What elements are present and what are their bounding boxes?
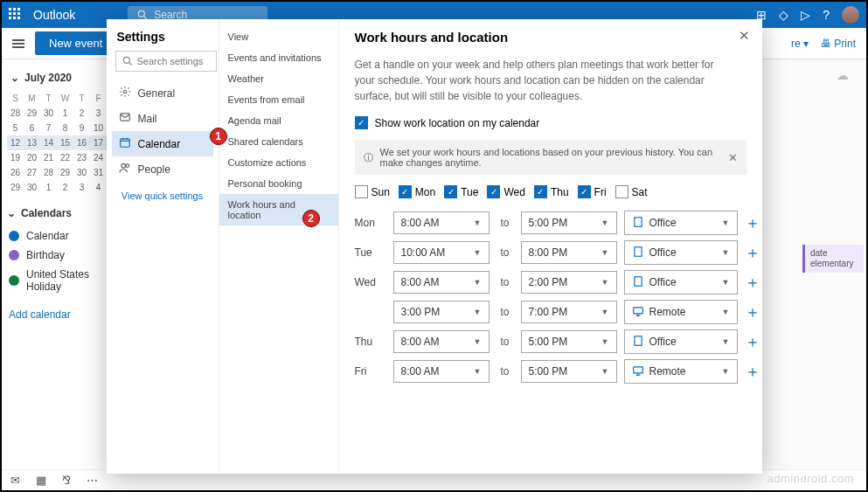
people-icon bbox=[119, 162, 131, 177]
chevron-down-icon: ▼ bbox=[601, 278, 609, 287]
checkbox-icon[interactable] bbox=[615, 185, 628, 198]
building-icon bbox=[632, 246, 644, 260]
settings-sub-item[interactable]: Events and invitations bbox=[219, 47, 338, 68]
time-select[interactable]: 8:00 AM▼ bbox=[393, 271, 490, 294]
day-toggle-fri[interactable]: Fri bbox=[578, 185, 607, 198]
time-select[interactable]: 8:00 PM▼ bbox=[521, 241, 617, 264]
chevron-down-icon: ▼ bbox=[601, 248, 609, 257]
svg-point-4 bbox=[123, 90, 127, 94]
checkbox-icon[interactable] bbox=[444, 185, 457, 198]
svg-rect-12 bbox=[634, 218, 641, 227]
chevron-down-icon: ▼ bbox=[601, 367, 609, 376]
settings-nav-label: General bbox=[138, 87, 176, 100]
settings-nav-people[interactable]: People bbox=[112, 156, 213, 182]
settings-sub-item[interactable]: Agenda mail bbox=[219, 110, 338, 131]
time-select[interactable]: 8:00 AM▼ bbox=[393, 360, 490, 383]
location-select[interactable]: Office▼ bbox=[624, 211, 738, 235]
svg-rect-43 bbox=[633, 367, 642, 373]
chevron-down-icon: ▼ bbox=[474, 218, 482, 227]
svg-point-10 bbox=[121, 163, 125, 168]
chevron-down-icon: ▼ bbox=[722, 367, 730, 376]
settings-title: Settings bbox=[117, 30, 208, 44]
chevron-down-icon: ▼ bbox=[474, 248, 482, 257]
day-toggle-sat[interactable]: Sat bbox=[615, 185, 648, 198]
day-label: Mon bbox=[415, 186, 435, 198]
day-toggle-thu[interactable]: Thu bbox=[534, 185, 569, 198]
add-hours-icon[interactable]: ＋ bbox=[745, 301, 760, 322]
add-hours-icon[interactable]: ＋ bbox=[745, 361, 760, 382]
to-label: to bbox=[496, 276, 514, 288]
mail-icon bbox=[119, 111, 131, 126]
settings-nav-label: Mail bbox=[138, 113, 157, 125]
chevron-down-icon: ▼ bbox=[722, 218, 730, 227]
location-select[interactable]: Remote▼ bbox=[624, 300, 738, 324]
day-toggle-wed[interactable]: Wed bbox=[487, 185, 524, 198]
add-hours-icon[interactable]: ＋ bbox=[745, 331, 760, 352]
svg-point-11 bbox=[126, 164, 129, 168]
settings-nav-general[interactable]: General bbox=[112, 80, 213, 106]
chevron-down-icon: ▼ bbox=[474, 337, 482, 346]
location-select[interactable]: Office▼ bbox=[624, 240, 738, 265]
dismiss-info-icon[interactable]: ✕ bbox=[728, 151, 738, 164]
settings-sub-item[interactable]: Events from email bbox=[219, 89, 338, 110]
checkbox-icon[interactable] bbox=[399, 185, 412, 198]
view-quick-settings-link[interactable]: View quick settings bbox=[112, 191, 213, 201]
day-label: Sat bbox=[632, 186, 648, 198]
settings-sub-item[interactable]: View bbox=[219, 26, 338, 47]
to-label: to bbox=[496, 246, 514, 259]
time-select[interactable]: 5:00 PM▼ bbox=[521, 211, 617, 234]
settings-search[interactable]: Search settings bbox=[115, 51, 217, 72]
day-label: Tue bbox=[461, 186, 478, 198]
chevron-down-icon: ▼ bbox=[601, 218, 609, 227]
checkbox-icon[interactable] bbox=[578, 185, 591, 198]
svg-rect-6 bbox=[120, 139, 129, 147]
day-toggle-tue[interactable]: Tue bbox=[444, 185, 478, 198]
monitor-icon bbox=[632, 305, 644, 319]
add-hours-icon[interactable]: ＋ bbox=[745, 242, 760, 263]
gear-icon bbox=[119, 86, 131, 100]
chevron-down-icon: ▼ bbox=[474, 367, 482, 376]
to-label: to bbox=[496, 306, 514, 318]
time-select[interactable]: 5:00 PM▼ bbox=[521, 360, 617, 383]
chevron-down-icon: ▼ bbox=[474, 308, 482, 316]
day-toggle-mon[interactable]: Mon bbox=[399, 185, 435, 198]
building-icon bbox=[632, 216, 644, 230]
checkbox-icon[interactable] bbox=[487, 185, 500, 198]
checkbox-icon[interactable] bbox=[355, 185, 368, 198]
time-select[interactable]: 10:00 AM▼ bbox=[393, 241, 490, 264]
settings-sub-item[interactable]: Work hours and location bbox=[219, 194, 338, 225]
chevron-down-icon: ▼ bbox=[601, 308, 609, 316]
time-select[interactable]: 8:00 AM▼ bbox=[393, 330, 490, 353]
settings-sub-item[interactable]: Weather bbox=[219, 68, 338, 89]
day-row-label: Mon bbox=[355, 217, 386, 229]
settings-dialog: Settings Search settings GeneralMailCale… bbox=[107, 19, 762, 474]
show-location-label: Show work location on my calendar bbox=[375, 117, 540, 129]
chevron-down-icon: ▼ bbox=[601, 337, 609, 346]
settings-nav-calendar[interactable]: Calendar bbox=[112, 131, 213, 156]
checkbox-icon[interactable] bbox=[534, 185, 547, 198]
to-label: to bbox=[496, 365, 514, 378]
svg-rect-26 bbox=[634, 277, 641, 287]
time-select[interactable]: 2:00 PM▼ bbox=[521, 271, 617, 294]
watermark: admindroid.com bbox=[767, 472, 855, 485]
panel-heading: Work hours and location bbox=[355, 30, 746, 45]
close-icon[interactable]: ✕ bbox=[739, 28, 750, 44]
show-location-checkbox[interactable] bbox=[355, 116, 368, 129]
location-select[interactable]: Office▼ bbox=[624, 329, 738, 354]
time-select[interactable]: 3:00 PM▼ bbox=[393, 301, 490, 323]
location-select[interactable]: Office▼ bbox=[624, 270, 738, 295]
settings-sub-item[interactable]: Personal booking bbox=[219, 173, 338, 194]
add-hours-icon[interactable]: ＋ bbox=[745, 272, 760, 293]
settings-nav-mail[interactable]: Mail bbox=[112, 106, 213, 131]
time-select[interactable]: 5:00 PM▼ bbox=[521, 330, 617, 353]
day-toggle-sun[interactable]: Sun bbox=[355, 185, 390, 198]
add-hours-icon[interactable]: ＋ bbox=[745, 212, 760, 233]
settings-sub-item[interactable]: Shared calendars bbox=[219, 131, 338, 152]
settings-sub-item[interactable]: Customize actions bbox=[219, 152, 338, 173]
panel-description: Get a handle on your week and help other… bbox=[355, 57, 746, 104]
time-select[interactable]: 7:00 PM▼ bbox=[521, 301, 617, 323]
time-select[interactable]: 8:00 AM▼ bbox=[393, 211, 490, 234]
chevron-down-icon: ▼ bbox=[722, 308, 730, 316]
location-select[interactable]: Remote▼ bbox=[624, 359, 738, 384]
day-row-label: Tue bbox=[355, 246, 386, 259]
